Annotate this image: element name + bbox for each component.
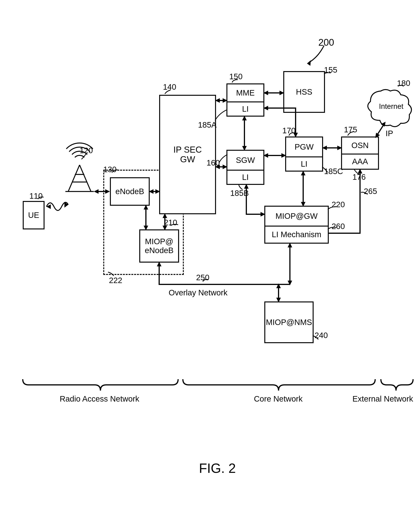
region-ext-label: External Network: [351, 394, 414, 403]
brace-ext: [0, 0, 418, 532]
diagram-stage: FIG. 2 200 UE 110 120: [0, 0, 418, 532]
